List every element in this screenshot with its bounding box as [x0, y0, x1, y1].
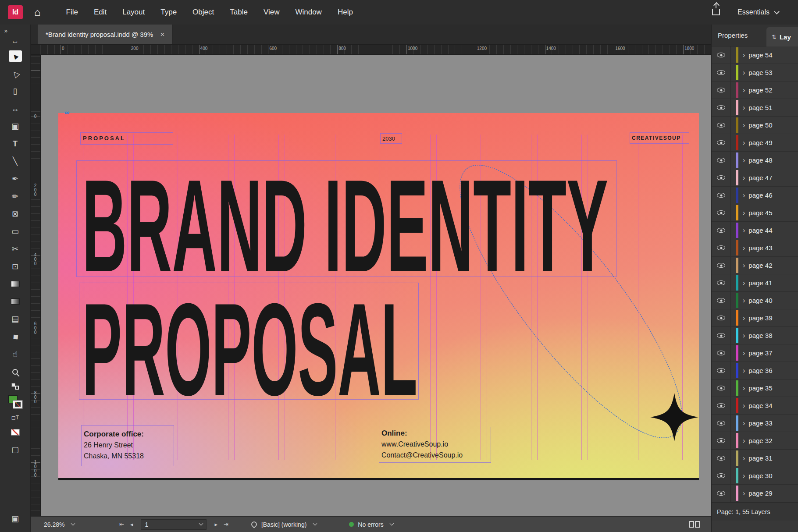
menu-window[interactable]: Window — [287, 8, 329, 17]
chevron-right-icon[interactable]: › — [743, 139, 745, 147]
note-tool[interactable]: ▤ — [0, 310, 31, 328]
direct-selection-tool[interactable]: △ — [0, 65, 31, 82]
pencil-tool[interactable]: ✏ — [0, 188, 31, 205]
default-fill-stroke-icon[interactable] — [0, 380, 31, 392]
visibility-toggle[interactable] — [712, 379, 731, 397]
preflight-status[interactable]: No errors — [349, 521, 393, 528]
content-collector-tool[interactable]: ▣ — [0, 117, 31, 135]
visibility-toggle[interactable] — [712, 292, 731, 309]
layer-row[interactable]: › page 33 — [712, 415, 798, 432]
layer-row[interactable]: › page 47 — [712, 169, 798, 187]
selection-tool[interactable]: ▲ — [0, 47, 31, 65]
hand-tool[interactable]: ☝ — [0, 345, 31, 363]
chevron-right-icon[interactable]: › — [743, 86, 745, 94]
pen-tool[interactable]: ✒ — [0, 170, 31, 188]
visibility-toggle[interactable] — [712, 327, 731, 344]
chevron-right-icon[interactable]: › — [743, 332, 745, 340]
screen-mode-button[interactable]: ▢ — [0, 441, 31, 458]
canvas-viewport[interactable]: PROPOSAL 2030 CREATIVESOUP BRAND IDENTIT… — [41, 55, 711, 516]
menu-type[interactable]: Type — [153, 8, 185, 17]
visibility-toggle[interactable] — [712, 415, 731, 432]
layer-row[interactable]: › page 34 — [712, 397, 798, 415]
visibility-toggle[interactable] — [712, 222, 731, 239]
fill-stroke-swatches[interactable] — [0, 392, 31, 412]
visibility-toggle[interactable] — [712, 467, 731, 484]
gap-tool[interactable]: ↔ — [0, 100, 31, 117]
layer-row[interactable]: › page 52 — [712, 82, 798, 99]
menu-object[interactable]: Object — [185, 8, 222, 17]
layer-row[interactable]: › page 30 — [712, 467, 798, 485]
scissors-tool[interactable]: ✂ — [0, 240, 31, 258]
visibility-toggle[interactable] — [712, 485, 731, 502]
home-icon[interactable]: ⌂ — [34, 6, 41, 18]
visibility-toggle[interactable] — [712, 362, 731, 379]
layer-row[interactable]: › page 42 — [712, 257, 798, 274]
rectangle-frame-tool[interactable]: ⊠ — [0, 205, 31, 223]
preflight-menu[interactable]: [Basic] (working) — [251, 521, 317, 528]
rectangle-tool[interactable]: ▭ — [0, 223, 31, 240]
visibility-toggle[interactable] — [712, 169, 731, 186]
page-number-field[interactable]: 1 — [141, 519, 207, 530]
chevron-right-icon[interactable]: › — [743, 51, 745, 59]
ruler-origin-corner[interactable] — [31, 45, 41, 55]
visibility-toggle[interactable] — [712, 257, 731, 274]
layer-row[interactable]: › page 44 — [712, 222, 798, 239]
visibility-toggle[interactable] — [712, 239, 731, 256]
share-icon[interactable] — [712, 9, 720, 15]
line-tool[interactable]: ╲ — [0, 153, 31, 170]
page-tool[interactable]: ▯ — [0, 82, 31, 100]
title-line1-text[interactable]: BRAND IDENTITY — [82, 165, 615, 279]
chevron-right-icon[interactable]: › — [743, 279, 745, 287]
visibility-toggle[interactable] — [712, 117, 731, 134]
chevron-right-icon[interactable]: › — [743, 419, 745, 427]
chevron-right-icon[interactable]: › — [743, 244, 745, 252]
chevron-right-icon[interactable]: › — [743, 104, 745, 112]
formatting-affects-text-icon[interactable]: ◻T — [0, 412, 31, 423]
visibility-toggle[interactable] — [712, 309, 731, 326]
layer-row[interactable]: › page 38 — [712, 327, 798, 344]
layer-row[interactable]: › page 35 — [712, 379, 798, 397]
layer-row[interactable]: › page 31 — [712, 450, 798, 467]
chevron-right-icon[interactable]: › — [743, 156, 745, 164]
layer-row[interactable]: › page 54 — [712, 46, 798, 64]
layer-row[interactable]: › page 32 — [712, 432, 798, 450]
corporate-office-block[interactable]: Corporate office: 26 Henry Street Chaska… — [84, 429, 144, 461]
last-page-button[interactable]: ⇥ — [224, 521, 228, 528]
visibility-toggle[interactable] — [712, 152, 731, 169]
visibility-toggle[interactable] — [712, 344, 731, 362]
visibility-toggle[interactable] — [712, 204, 731, 221]
document-page[interactable]: PROPOSAL 2030 CREATIVESOUP BRAND IDENTIT… — [58, 113, 699, 478]
menu-layout[interactable]: Layout — [114, 8, 153, 17]
tab-properties[interactable]: Properties — [718, 32, 748, 39]
chevron-right-icon[interactable]: › — [743, 367, 745, 375]
chevron-right-icon[interactable]: › — [743, 297, 745, 305]
layer-row[interactable]: › page 48 — [712, 152, 798, 169]
document-tab[interactable]: *Brand identity proposal.indd @ 39% × — [38, 25, 173, 44]
eyedropper-tool[interactable]: ◆ — [0, 328, 31, 345]
menu-edit[interactable]: Edit — [86, 8, 114, 17]
tab-layers[interactable]: ⇅ Lay — [766, 27, 798, 46]
layer-row[interactable]: › page 43 — [712, 239, 798, 257]
layer-row[interactable]: › page 53 — [712, 64, 798, 82]
layer-row[interactable]: › page 45 — [712, 204, 798, 222]
menu-view[interactable]: View — [256, 8, 288, 17]
visibility-toggle[interactable] — [712, 187, 731, 204]
close-icon[interactable]: × — [160, 30, 164, 39]
menu-table[interactable]: Table — [222, 8, 256, 17]
layer-row[interactable]: › page 51 — [712, 99, 798, 117]
visibility-toggle[interactable] — [712, 274, 731, 291]
layer-row[interactable]: › page 29 — [712, 485, 798, 502]
online-contact-block[interactable]: Online: www.CreativeSoup.io Contact@Crea… — [381, 428, 463, 461]
link-icon[interactable]: ∞ — [64, 109, 69, 117]
header-proposal-label[interactable]: PROPOSAL — [83, 135, 125, 142]
chevron-right-icon[interactable]: › — [743, 454, 745, 462]
free-transform-tool[interactable]: ⊡ — [0, 258, 31, 275]
visibility-toggle[interactable] — [712, 99, 731, 116]
layer-row[interactable]: › page 49 — [712, 134, 798, 152]
stroke-swatch[interactable] — [13, 401, 22, 408]
type-tool[interactable]: T — [0, 135, 31, 153]
zoom-control[interactable]: 26.28% — [44, 521, 84, 528]
workspace-switcher[interactable]: Essentials — [737, 8, 779, 16]
layer-row[interactable]: › page 40 — [712, 292, 798, 309]
panels-button[interactable]: ▣ — [0, 510, 31, 528]
